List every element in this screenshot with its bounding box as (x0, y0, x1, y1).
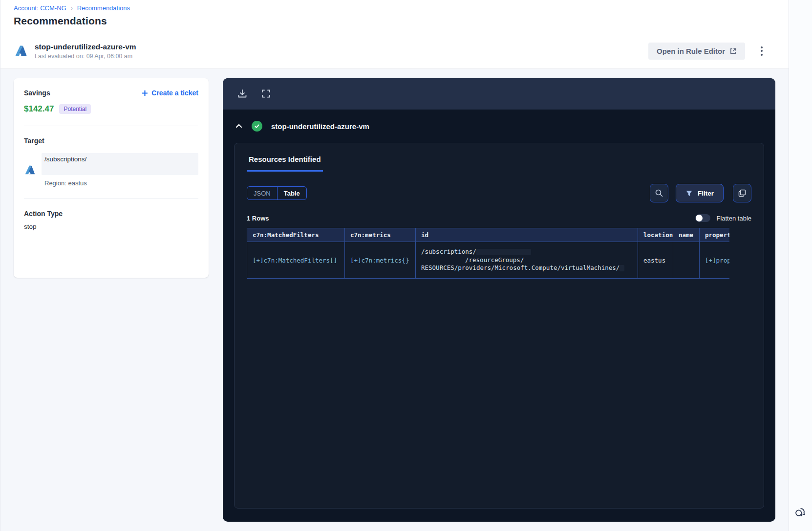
column-header-matched-filters[interactable]: c7n:MatchedFilters (247, 228, 345, 242)
potential-badge: Potential (59, 104, 91, 114)
create-ticket-button[interactable]: Create a ticket (142, 89, 198, 97)
success-check-icon (252, 121, 262, 132)
search-button[interactable] (650, 184, 668, 202)
kebab-menu-button[interactable] (757, 44, 767, 59)
target-item: /subscriptions/ Region: eastus (24, 153, 198, 187)
panel-toolbar (223, 78, 775, 110)
rule-header-actions: Open in Rule Editor (648, 43, 775, 60)
view-json-segment[interactable]: JSON (247, 187, 277, 199)
column-header-metrics[interactable]: c7n:metrics (345, 228, 416, 242)
main-column: Account: CCM-NG › Recommendations Recomm… (0, 0, 789, 531)
view-mode-segmented-control: JSON Table (247, 186, 307, 200)
cell-id[interactable]: /subscriptions/ /resourceGroups/ RESOURC… (416, 242, 638, 279)
resources-table-wrap: c7n:MatchedFilters c7n:metrics id locati… (247, 228, 729, 279)
plus-icon (142, 90, 148, 96)
savings-amount: $142.47 (24, 104, 54, 114)
table-row: [+]c7n:MatchedFilters[] [+]c7n:metrics{}… (247, 242, 730, 279)
fullscreen-icon[interactable] (260, 88, 271, 99)
chevron-up-icon[interactable] (235, 122, 243, 130)
breadcrumb-separator-icon: › (71, 4, 72, 12)
breadcrumb: Account: CCM-NG › Recommendations (14, 4, 775, 12)
resources-table: c7n:MatchedFilters c7n:metrics id locati… (247, 228, 729, 279)
target-label: Target (24, 137, 198, 145)
cell-name[interactable] (673, 242, 700, 279)
card-divider (24, 199, 198, 199)
cell-location[interactable]: eastus (638, 242, 673, 279)
savings-label: Savings (24, 89, 50, 97)
copy-button[interactable] (733, 184, 751, 202)
open-in-rule-editor-button[interactable]: Open in Rule Editor (648, 43, 745, 60)
target-path: /subscriptions/ (44, 155, 86, 163)
column-header-location[interactable]: location (638, 228, 673, 242)
target-path-block: /subscriptions/ (42, 153, 198, 175)
id-line2: /resourceGroups/ (465, 256, 524, 264)
target-lines: /subscriptions/ Region: eastus (42, 153, 198, 187)
resources-identified-card: Resources Identified JSON Table Filter (234, 143, 764, 509)
card-divider (24, 126, 198, 126)
topbar: Account: CCM-NG › Recommendations Recomm… (0, 0, 789, 33)
redacted-text (476, 249, 531, 255)
right-gutter (789, 0, 812, 531)
rule-header-text: stop-underutilized-azure-vm Last evaluat… (35, 43, 136, 60)
recommendation-summary-card: Savings Create a ticket $142.47 Potentia… (14, 78, 209, 278)
target-region: Region: eastus (42, 179, 198, 187)
column-header-id[interactable]: id (416, 228, 638, 242)
azure-icon (14, 44, 28, 58)
open-in-rule-editor-label: Open in Rule Editor (657, 47, 725, 55)
cell-metrics[interactable]: [+]c7n:metrics{} (345, 242, 416, 279)
row-count: 1 Rows (247, 215, 269, 222)
rule-last-evaluated: Last evaluated on: 09 Apr, 06:00 am (35, 53, 136, 60)
page-title: Recommendations (14, 15, 775, 27)
cell-matched-filters[interactable]: [+]c7n:MatchedFilters[] (247, 242, 345, 279)
id-line3: RESOURCES/providers/Microsoft.Compute/vi… (421, 264, 620, 271)
create-ticket-label: Create a ticket (151, 89, 198, 97)
rule-title: stop-underutilized-azure-vm (35, 43, 136, 51)
redacted-text (620, 265, 624, 271)
flatten-table-label: Flatten table (716, 215, 751, 222)
id-line1: /subscriptions/ (421, 248, 476, 255)
action-type-value: stop (24, 223, 198, 230)
filter-label: Filter (698, 190, 714, 197)
cell-properties[interactable]: [+]properties{} (700, 242, 730, 279)
column-header-properties[interactable]: properties (700, 228, 730, 242)
breadcrumb-recommendations-link[interactable]: Recommendations (77, 4, 130, 12)
table-header-row: c7n:MatchedFilters c7n:metrics id locati… (247, 228, 730, 242)
rule-header: stop-underutilized-azure-vm Last evaluat… (0, 33, 789, 69)
external-link-icon (729, 47, 737, 55)
flatten-table-toggle[interactable] (695, 214, 710, 222)
azure-icon (24, 164, 36, 176)
filter-icon (685, 190, 693, 197)
tab-resources-identified[interactable]: Resources Identified (247, 150, 323, 172)
panel-title-row: stop-underutilized-azure-vm (223, 110, 775, 132)
rows-info-row: 1 Rows Flatten table (247, 214, 751, 222)
flatten-table-control: Flatten table (695, 214, 751, 222)
column-header-name[interactable]: name (673, 228, 700, 242)
breadcrumb-account-link[interactable]: Account: CCM-NG (14, 4, 66, 12)
table-controls-row: JSON Table Filter (247, 184, 751, 202)
view-table-segment[interactable]: Table (277, 187, 306, 199)
panel-rule-name: stop-underutilized-azure-vm (271, 122, 369, 131)
download-icon[interactable] (237, 88, 248, 99)
chat-support-icon[interactable] (793, 506, 807, 519)
content-area: Savings Create a ticket $142.47 Potentia… (0, 69, 789, 531)
copy-icon (738, 189, 747, 198)
results-panel: stop-underutilized-azure-vm Resources Id… (223, 78, 775, 522)
filter-button[interactable]: Filter (676, 184, 724, 202)
action-type-label: Action Type (24, 210, 198, 218)
page: Account: CCM-NG › Recommendations Recomm… (0, 0, 812, 531)
search-icon (655, 189, 663, 198)
